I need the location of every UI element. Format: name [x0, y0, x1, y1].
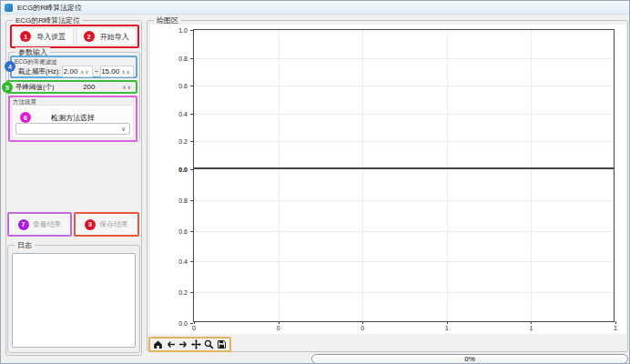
x-tick-mark — [447, 321, 448, 324]
y-tick-label: 0.2 — [178, 289, 188, 296]
badge-3: 3 — [85, 219, 96, 230]
save-results-label: 保存结果 — [99, 219, 128, 229]
annotation-box-import: 1 导入设置 2 开始导入 — [10, 25, 139, 48]
cutoff-high-value: 15.00 — [101, 67, 119, 76]
method-panel: 6 检测方法选择 ∨ — [12, 105, 134, 138]
progress-text: 0% — [464, 355, 475, 363]
gridline-vertical — [362, 169, 363, 321]
y-tick-mark — [190, 58, 193, 59]
cutoff-low-spinbox[interactable]: 2.00 ∧∨ — [62, 66, 92, 77]
y-tick-label: 0.4 — [178, 258, 188, 265]
y-tick-mark — [190, 141, 193, 142]
x-tick-label: 1 — [529, 325, 533, 331]
plot-canvas[interactable]: 1.00.80.60.40.20.00.80.60.40.20.0000111 — [150, 25, 626, 334]
y-tick-label: 0.6 — [178, 83, 188, 89]
cutoff-frequency-label: 截止频率(Hz): — [18, 67, 60, 76]
log-groupbox-label: 日志 — [15, 240, 35, 250]
y-tick-mark — [190, 231, 193, 232]
gridline-vertical — [531, 169, 532, 321]
y-tick-mark — [190, 86, 193, 86]
x-tick-label: 0 — [192, 325, 196, 331]
app-window: ECG的R峰算法定位 ECG的R峰算法定位 1 导入设置 2 开始导入 参数输入… — [0, 0, 630, 364]
y-tick-label: 0.4 — [178, 110, 188, 116]
y-tick-mark — [190, 323, 193, 324]
badge-6: 6 — [20, 112, 31, 123]
x-tick-label: 1 — [614, 325, 617, 331]
gridline-horizontal — [194, 231, 614, 232]
gridline-vertical — [279, 169, 279, 321]
cutoff-high-spinbox[interactable]: 15.00 ∧∨ — [100, 66, 134, 77]
method-combobox[interactable]: ∨ — [15, 123, 130, 135]
pan-icon[interactable] — [191, 339, 201, 349]
y-tick-mark — [190, 30, 193, 31]
y-tick-label: 0.8 — [178, 197, 188, 203]
spinner-arrows-icon[interactable]: ∧∨ — [120, 84, 134, 90]
badge-1: 1 — [20, 31, 31, 42]
gridline-vertical — [447, 169, 448, 321]
gridline-vertical — [531, 30, 532, 167]
start-import-label: 开始导入 — [100, 32, 129, 42]
forward-icon[interactable] — [178, 339, 188, 349]
home-icon[interactable] — [153, 339, 163, 349]
y-tick-mark — [190, 292, 193, 293]
view-results-label: 查看结果 — [33, 219, 62, 229]
zoom-icon[interactable] — [204, 339, 214, 349]
y-tick-label: 0.0 — [178, 167, 188, 173]
x-tick-label: 0 — [277, 325, 280, 331]
x-tick-mark — [531, 321, 532, 324]
annotation-box-save: 3 保存结果 — [74, 212, 139, 237]
subplot-0[interactable]: 1.00.80.60.40.20.0 — [193, 29, 615, 168]
badge-5: 5 — [2, 82, 13, 93]
x-tick-mark — [362, 321, 363, 324]
x-tick-label: 0 — [361, 325, 364, 331]
x-tick-label: 1 — [445, 325, 449, 331]
gridline-horizontal — [194, 58, 614, 59]
app-icon — [5, 4, 13, 12]
x-tick-mark — [194, 321, 195, 324]
gridline-horizontal — [194, 200, 614, 201]
x-tick-mark — [615, 321, 616, 324]
save-results-button[interactable]: 3 保存结果 — [76, 214, 137, 235]
gridline-horizontal — [194, 141, 614, 142]
log-groupbox: 日志 — [7, 245, 140, 353]
annotation-box-bandpass: ECG的带通滤波 截止频率(Hz): 2.00 ∧∨ ~ 15.00 ∧∨ — [10, 56, 137, 78]
import-settings-button[interactable]: 1 导入设置 — [13, 27, 74, 46]
spinner-arrows-icon[interactable]: ∧∨ — [119, 68, 133, 75]
gridline-horizontal — [194, 86, 614, 86]
gridline-horizontal — [194, 114, 614, 115]
window-title: ECG的R峰算法定位 — [17, 3, 82, 13]
view-results-button[interactable]: 7 查看结果 — [9, 214, 70, 235]
gridline-vertical — [279, 30, 279, 167]
gridline-horizontal — [194, 292, 614, 293]
badge-7: 7 — [18, 219, 29, 230]
log-textarea[interactable] — [12, 253, 136, 348]
save-icon[interactable] — [217, 339, 227, 349]
start-import-button[interactable]: 2 开始导入 — [76, 27, 137, 46]
y-tick-label: 0.8 — [178, 55, 188, 61]
y-tick-label: 0.6 — [178, 228, 188, 234]
chevron-down-icon: ∨ — [121, 126, 129, 133]
peak-threshold-value: 200 — [58, 83, 121, 91]
range-separator: ~ — [95, 67, 98, 76]
spinner-arrows-icon[interactable]: ∧∨ — [78, 68, 92, 75]
gridline-vertical — [447, 30, 448, 167]
import-settings-label: 导入设置 — [36, 32, 66, 42]
gridline-vertical — [362, 30, 363, 167]
y-tick-label: 0.0 — [178, 320, 188, 327]
annotation-box-peak: 寻峰阈值(个) 200 ∧∨ — [6, 80, 137, 94]
x-tick-mark — [279, 321, 279, 324]
back-icon[interactable] — [166, 339, 176, 349]
progress-bar: 0% — [311, 354, 628, 364]
plot-toolbar — [148, 337, 231, 352]
peak-threshold-spinbox[interactable]: 200 ∧∨ — [58, 81, 135, 93]
y-tick-mark — [190, 261, 193, 262]
gridline-horizontal — [194, 261, 614, 262]
y-tick-mark — [190, 114, 193, 115]
annotation-box-view: 7 查看结果 — [7, 212, 72, 237]
peak-threshold-label: 寻峰阈值(个) — [15, 83, 55, 92]
subplot-1[interactable]: 0.80.60.40.20.0000111 — [193, 168, 615, 322]
title-bar[interactable]: ECG的R峰算法定位 — [1, 1, 629, 15]
annotation-box-method: 方法设置 6 检测方法选择 ∨ — [8, 96, 137, 142]
badge-2: 2 — [84, 31, 95, 42]
badge-4: 4 — [5, 61, 15, 72]
